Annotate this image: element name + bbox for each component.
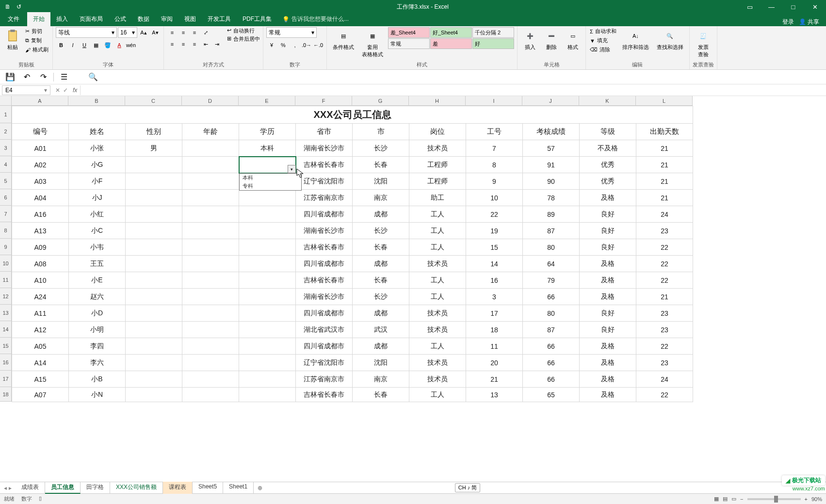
cell[interactable]: 技术员	[409, 305, 466, 322]
title-cell[interactable]: XXX公司员工信息	[12, 106, 693, 124]
column-header[interactable]: D	[182, 96, 239, 106]
orientation-button[interactable]: ⤢	[200, 27, 211, 38]
cell[interactable]: 吉林省长春市	[296, 157, 353, 173]
cell[interactable]: 80	[523, 305, 580, 322]
cell[interactable]: 工人	[409, 289, 466, 305]
cell[interactable]: 小D	[69, 305, 126, 322]
row-header[interactable]: 12	[0, 288, 12, 305]
cell[interactable]	[182, 190, 239, 206]
cell[interactable]	[182, 223, 239, 239]
cell[interactable]	[182, 289, 239, 305]
cell[interactable]: 小明	[69, 322, 126, 338]
cell[interactable]: 小G	[69, 157, 126, 173]
cell[interactable]: 辽宁省沈阳市	[296, 355, 353, 371]
cell[interactable]: A24	[12, 289, 69, 305]
cell[interactable]: 长春	[353, 157, 409, 173]
cell[interactable]: A03	[12, 173, 69, 190]
cell-styles-gallery[interactable]: 差_Sheet4 好_Sheet4 千位分隔 2 常规 差 好	[388, 27, 514, 49]
tab-insert[interactable]: 插入	[50, 12, 74, 26]
cell[interactable]: A08	[12, 256, 69, 272]
cond-format-button[interactable]: ▤条件格式	[330, 27, 357, 53]
sheet-tab[interactable]: Sheet5	[193, 482, 223, 494]
fx-label[interactable]: fx	[73, 87, 80, 94]
cell[interactable]: 四川省成都市	[296, 206, 353, 223]
row-header[interactable]: 14	[0, 321, 12, 338]
cell[interactable]: 21	[636, 173, 693, 190]
cell[interactable]	[239, 272, 296, 289]
cell[interactable]: 市	[353, 124, 409, 140]
row-header[interactable]: 2	[0, 123, 12, 140]
cell[interactable]: A05	[12, 338, 69, 355]
row-header[interactable]: 13	[0, 305, 12, 321]
cell[interactable]: 22	[636, 239, 693, 256]
comma-button[interactable]: ,	[290, 40, 300, 50]
cell[interactable]: 10	[466, 190, 523, 206]
cell[interactable]	[182, 272, 239, 289]
cell[interactable]: 66	[523, 371, 580, 388]
cell[interactable]: 22	[636, 388, 693, 402]
cell[interactable]	[126, 322, 182, 338]
zoom-slider[interactable]	[747, 498, 801, 500]
cell[interactable]: 技术员	[409, 256, 466, 272]
currency-button[interactable]: ¥	[266, 40, 277, 50]
cell[interactable]	[126, 157, 182, 173]
cell[interactable]	[239, 305, 296, 322]
insert-cells-button[interactable]: ➕插入	[520, 27, 540, 53]
cell[interactable]: 年龄	[182, 124, 239, 140]
cell[interactable]: 80	[523, 239, 580, 256]
column-header[interactable]: E	[239, 96, 295, 106]
cell[interactable]: 23	[636, 223, 693, 239]
align-mid[interactable]: ≡	[178, 27, 189, 38]
cell[interactable]: 工人	[409, 272, 466, 289]
cell[interactable]: 优秀	[580, 173, 636, 190]
row-header[interactable]: 17	[0, 371, 12, 387]
cell[interactable]: 20	[466, 355, 523, 371]
cell[interactable]: 吉林省长春市	[296, 272, 353, 289]
tab-pdf[interactable]: PDF工具集	[237, 12, 277, 26]
dropdown-option[interactable]: 本科	[240, 174, 301, 182]
cell[interactable]: 技术员	[409, 322, 466, 338]
cell[interactable]: 及格	[580, 338, 636, 355]
touch-mode-button[interactable]: ☰	[58, 71, 70, 83]
accept-formula-icon[interactable]: ✓	[63, 87, 68, 94]
indent-inc[interactable]: ⇥	[211, 39, 222, 49]
column-header[interactable]: G	[352, 96, 409, 106]
row-header[interactable]: 15	[0, 338, 12, 354]
cell[interactable]: 四川省成都市	[296, 338, 353, 355]
merge-button[interactable]: ⊞合并后居中	[227, 35, 260, 43]
share-button[interactable]: 👤 共享	[799, 18, 819, 26]
minimize-button[interactable]: —	[761, 0, 782, 14]
macro-icon[interactable]: ▯	[39, 495, 42, 503]
cell[interactable]: 66	[523, 338, 580, 355]
print-preview-button[interactable]: 🔍	[87, 71, 99, 83]
painter-button[interactable]: 🖌格式刷	[24, 46, 49, 54]
cell[interactable]: 李四	[69, 338, 126, 355]
cell[interactable]: 吉林省长春市	[296, 388, 353, 402]
cell[interactable]: 李六	[69, 355, 126, 371]
cell[interactable]: 王五	[69, 256, 126, 272]
cell[interactable]	[239, 371, 296, 388]
table-format-button[interactable]: ▦套用 表格格式	[359, 27, 386, 60]
cell[interactable]: 工程师	[409, 173, 466, 190]
view-normal-button[interactable]: ▦	[714, 496, 719, 502]
cell[interactable]: 考核成绩	[523, 124, 580, 140]
worksheet-area[interactable]: ABCDEFGHIJKL 123456789101112131415161718…	[0, 96, 826, 482]
cell[interactable]: A14	[12, 355, 69, 371]
cell[interactable]: 工号	[466, 124, 523, 140]
cell[interactable]: 沈阳	[353, 355, 409, 371]
row-header[interactable]: 6	[0, 189, 12, 206]
cell[interactable]	[126, 223, 182, 239]
style-good[interactable]: 好	[472, 38, 514, 49]
cell[interactable]	[126, 206, 182, 223]
cell[interactable]: 男	[126, 140, 182, 157]
style-bad[interactable]: 差	[430, 38, 472, 49]
cell[interactable]	[126, 239, 182, 256]
cell[interactable]: 13	[466, 388, 523, 402]
cell[interactable]: 小B	[69, 371, 126, 388]
row-header[interactable]: 16	[0, 354, 12, 371]
cell[interactable]: 89	[523, 206, 580, 223]
cell[interactable]: 优秀	[580, 157, 636, 173]
formula-input[interactable]	[80, 85, 826, 95]
cell[interactable]: 工人	[409, 206, 466, 223]
add-sheet-button[interactable]: ⊕	[254, 485, 266, 491]
